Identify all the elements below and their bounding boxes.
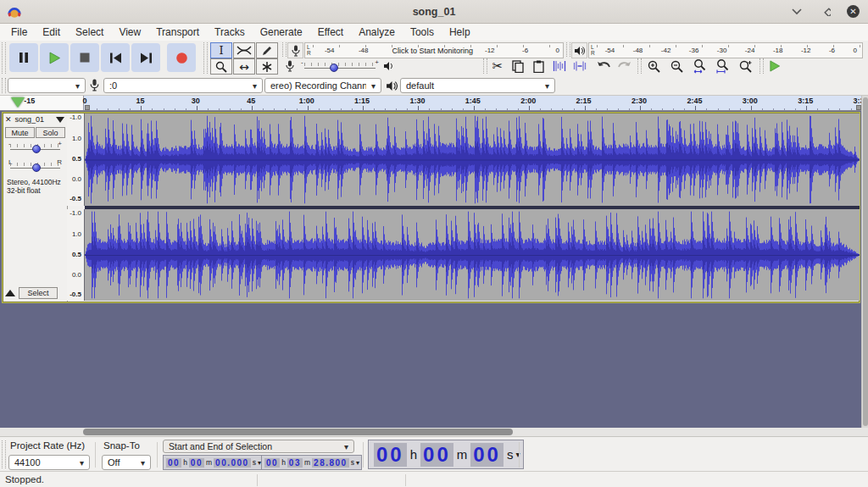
- cut-button[interactable]: ✂: [489, 58, 506, 75]
- selection-end-field[interactable]: 00h03m28.800s: [261, 455, 362, 470]
- track-select-button[interactable]: Select: [19, 287, 58, 299]
- meter-tick-label: -12: [801, 47, 811, 54]
- menu-item[interactable]: Analyze: [351, 24, 403, 41]
- scrollbar-corner: [861, 428, 868, 436]
- vertical-ruler-left-channel[interactable]: 1.00.50.0-0.5-1.0: [67, 113, 85, 206]
- scale-label: 0.0: [72, 271, 81, 279]
- horizontal-scrollbar[interactable]: [0, 428, 861, 436]
- play-speed-icon: [769, 60, 781, 72]
- vertical-scrollbar[interactable]: [861, 96, 868, 428]
- tools-toolbar-grip[interactable]: [203, 42, 208, 74]
- monitoring-hint[interactable]: Click to Start Monitoring: [381, 47, 485, 55]
- record-meter-button[interactable]: [287, 42, 303, 58]
- scale-label: 0.5: [72, 155, 81, 163]
- track-close-icon[interactable]: ✕: [5, 115, 12, 124]
- silence-audio-button[interactable]: [570, 58, 588, 75]
- skip-to-end-button[interactable]: [131, 43, 160, 72]
- zoom-tool-button[interactable]: [210, 58, 232, 75]
- menu-item[interactable]: Effect: [310, 24, 351, 41]
- selection-mode-dropdown[interactable]: Start and End of Selection: [163, 440, 354, 453]
- undo-icon: [597, 61, 611, 71]
- zoom-out-button[interactable]: [667, 58, 687, 75]
- audio-host-dropdown[interactable]: [8, 78, 86, 93]
- copy-button[interactable]: [509, 58, 526, 75]
- skip-to-start-button[interactable]: [101, 43, 130, 72]
- playback-device-dropdown[interactable]: default: [400, 78, 555, 93]
- title-bar[interactable]: song_01 ✕: [0, 0, 868, 24]
- menu-item[interactable]: Transport: [148, 24, 207, 41]
- pan-thumb[interactable]: [32, 163, 41, 172]
- pause-button[interactable]: [9, 43, 38, 72]
- maximize-icon[interactable]: [818, 4, 833, 19]
- mute-button[interactable]: Mute: [5, 127, 35, 138]
- snap-to-dropdown[interactable]: Off: [102, 455, 151, 470]
- recording-volume-slider[interactable]: - +: [299, 58, 381, 74]
- menu-item[interactable]: File: [3, 24, 35, 41]
- draw-tool-button[interactable]: [256, 42, 278, 58]
- recording-device-dropdown[interactable]: :0: [103, 78, 263, 93]
- gain-slider[interactable]: - +: [5, 140, 65, 155]
- meter-right-label: R: [591, 51, 595, 57]
- play-button[interactable]: [40, 43, 69, 72]
- audio-track[interactable]: ✕ song_01 Mute Solo - + L R Stereo, 4410…: [2, 112, 860, 303]
- play-meter-grip[interactable]: [566, 42, 570, 57]
- gain-thumb[interactable]: [32, 145, 41, 153]
- timeshift-tool-button[interactable]: ↔: [233, 58, 255, 75]
- menu-item[interactable]: Edit: [35, 24, 68, 41]
- waveform-right-channel[interactable]: [85, 209, 860, 301]
- playback-meter[interactable]: LR -54-48-42-36-30-24-18-12-60: [588, 42, 863, 58]
- menu-item[interactable]: Generate: [253, 24, 310, 41]
- close-icon[interactable]: ✕: [847, 5, 860, 18]
- zoom-toggle-button[interactable]: [736, 58, 755, 75]
- menu-item[interactable]: Tracks: [207, 24, 253, 41]
- scale-label: -1.0: [70, 113, 81, 121]
- edit-toolbar-grip[interactable]: [483, 58, 487, 74]
- selection-tool-button[interactable]: I: [210, 42, 232, 58]
- selection-start-marker[interactable]: [85, 105, 90, 110]
- envelope-tool-button[interactable]: [233, 42, 255, 58]
- play-at-speed-grip[interactable]: [760, 58, 764, 74]
- menu-item[interactable]: View: [111, 24, 148, 41]
- trim-audio-button[interactable]: [550, 58, 568, 75]
- record-meter-grip[interactable]: [282, 42, 287, 57]
- audio-position-field[interactable]: 00h00m00s: [368, 440, 524, 469]
- collapse-track-icon[interactable]: [5, 290, 15, 296]
- device-toolbar-grip[interactable]: [2, 78, 6, 93]
- zoom-fit-button[interactable]: [713, 58, 732, 75]
- selection-start-field[interactable]: 00h00m00.000s: [163, 455, 264, 470]
- vertical-scrollbar-thumb[interactable]: [863, 97, 868, 426]
- multi-tool-button[interactable]: [256, 58, 278, 75]
- horizontal-scrollbar-thumb[interactable]: [83, 429, 513, 435]
- selection-toolbar-grip[interactable]: [2, 440, 6, 468]
- solo-button[interactable]: Solo: [36, 127, 65, 138]
- play-at-speed-button[interactable]: [765, 58, 784, 75]
- recording-channels-dropdown[interactable]: ereo) Recording Channels: [264, 78, 381, 93]
- undo-button[interactable]: [595, 58, 613, 75]
- menu-item[interactable]: Select: [68, 24, 111, 41]
- track-menu-icon[interactable]: [56, 117, 64, 123]
- zoom-selection-button[interactable]: [690, 58, 709, 75]
- pan-slider[interactable]: L R: [5, 158, 65, 174]
- track-control-panel[interactable]: ✕ song_01 Mute Solo - + L R Stereo, 4410…: [3, 113, 68, 302]
- scale-label: -0.5: [70, 291, 81, 298]
- menu-item[interactable]: Tools: [403, 24, 442, 41]
- redo-button[interactable]: [615, 58, 633, 75]
- timeline-ruler[interactable]: -1501530451:001:151:301:452:002:152:302:…: [0, 96, 868, 111]
- play-meter-button[interactable]: [571, 42, 587, 58]
- timeline-label: 1:15: [334, 97, 389, 105]
- track-title[interactable]: song_01: [15, 115, 56, 124]
- record-button[interactable]: [167, 43, 196, 72]
- project-rate-dropdown[interactable]: 44100: [8, 455, 90, 470]
- minimize-icon[interactable]: [789, 4, 804, 19]
- recording-meter[interactable]: LR -54-48 Click to Start Monitoring -12-…: [304, 42, 564, 58]
- paste-button[interactable]: [530, 58, 547, 75]
- zoom-toolbar-grip[interactable]: [637, 58, 642, 74]
- vertical-ruler-right-channel[interactable]: 1.00.50.0-0.5-1.0: [67, 209, 85, 301]
- recording-volume-thumb[interactable]: [330, 64, 338, 72]
- transport-toolbar-grip[interactable]: [2, 42, 6, 74]
- menu-item[interactable]: Help: [442, 24, 478, 41]
- zoom-in-button[interactable]: [644, 58, 664, 75]
- waveform-left-channel[interactable]: [85, 113, 860, 206]
- stop-button[interactable]: [70, 43, 99, 72]
- toolbar-dock: I ↔ LR -54-48 Click to Start: [0, 41, 868, 76]
